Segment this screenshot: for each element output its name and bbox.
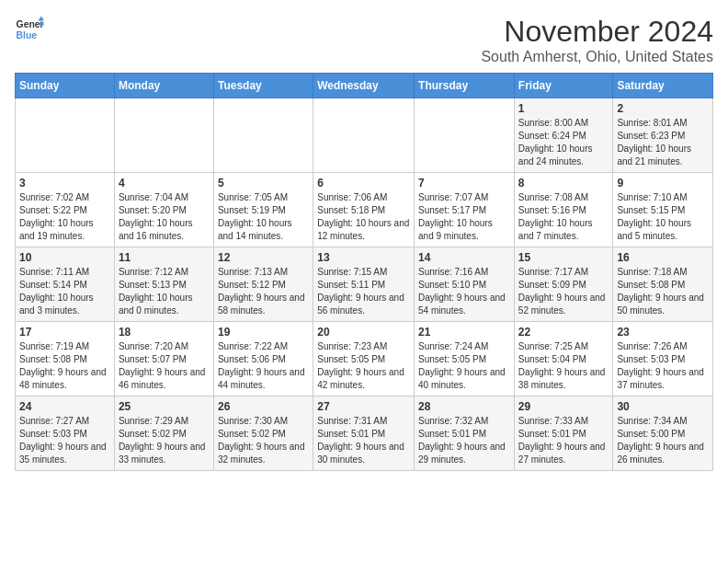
day-info: Sunrise: 7:06 AM Sunset: 5:18 PM Dayligh… bbox=[317, 191, 410, 243]
calendar-cell: 27Sunrise: 7:31 AM Sunset: 5:01 PM Dayli… bbox=[313, 396, 415, 471]
day-info: Sunrise: 7:04 AM Sunset: 5:20 PM Dayligh… bbox=[119, 191, 210, 243]
day-number: 5 bbox=[218, 177, 309, 190]
calendar-week-row: 3Sunrise: 7:02 AM Sunset: 5:22 PM Daylig… bbox=[16, 173, 713, 247]
day-number: 19 bbox=[218, 326, 309, 339]
day-info: Sunrise: 7:10 AM Sunset: 5:15 PM Dayligh… bbox=[617, 191, 709, 243]
day-number: 6 bbox=[317, 177, 410, 190]
day-number: 24 bbox=[19, 400, 110, 413]
title-section: November 2024 South Amherst, Ohio, Unite… bbox=[481, 15, 713, 65]
day-number: 27 bbox=[317, 400, 410, 413]
day-number: 14 bbox=[418, 251, 510, 264]
day-info: Sunrise: 7:22 AM Sunset: 5:06 PM Dayligh… bbox=[218, 340, 309, 392]
weekday-header: Thursday bbox=[415, 74, 515, 98]
day-info: Sunrise: 7:29 AM Sunset: 5:02 PM Dayligh… bbox=[119, 415, 210, 466]
calendar-table: SundayMondayTuesdayWednesdayThursdayFrid… bbox=[15, 73, 713, 471]
day-number: 4 bbox=[119, 177, 210, 190]
day-info: Sunrise: 7:02 AM Sunset: 5:22 PM Dayligh… bbox=[19, 191, 110, 243]
calendar-cell: 6Sunrise: 7:06 AM Sunset: 5:18 PM Daylig… bbox=[313, 173, 415, 247]
calendar-cell: 14Sunrise: 7:16 AM Sunset: 5:10 PM Dayli… bbox=[415, 247, 515, 322]
day-number: 9 bbox=[617, 177, 709, 190]
day-info: Sunrise: 7:05 AM Sunset: 5:19 PM Dayligh… bbox=[218, 191, 309, 243]
day-number: 26 bbox=[218, 400, 309, 413]
day-info: Sunrise: 7:12 AM Sunset: 5:13 PM Dayligh… bbox=[119, 266, 210, 317]
day-info: Sunrise: 7:13 AM Sunset: 5:12 PM Dayligh… bbox=[218, 266, 309, 317]
day-number: 3 bbox=[19, 177, 110, 190]
weekday-header: Saturday bbox=[613, 74, 713, 98]
day-number: 11 bbox=[119, 251, 210, 264]
day-info: Sunrise: 7:26 AM Sunset: 5:03 PM Dayligh… bbox=[617, 340, 709, 392]
page-header: General Blue November 2024 South Amherst… bbox=[15, 15, 713, 65]
calendar-cell bbox=[114, 98, 213, 173]
day-number: 10 bbox=[19, 251, 110, 264]
calendar-cell: 10Sunrise: 7:11 AM Sunset: 5:14 PM Dayli… bbox=[16, 247, 115, 322]
day-number: 13 bbox=[317, 251, 410, 264]
logo: General Blue bbox=[15, 15, 44, 44]
calendar-week-row: 24Sunrise: 7:27 AM Sunset: 5:03 PM Dayli… bbox=[16, 396, 713, 471]
day-number: 2 bbox=[617, 102, 709, 115]
calendar-cell: 3Sunrise: 7:02 AM Sunset: 5:22 PM Daylig… bbox=[16, 173, 115, 247]
calendar-cell: 25Sunrise: 7:29 AM Sunset: 5:02 PM Dayli… bbox=[114, 396, 213, 471]
calendar-cell: 19Sunrise: 7:22 AM Sunset: 5:06 PM Dayli… bbox=[213, 322, 313, 396]
calendar-cell: 24Sunrise: 7:27 AM Sunset: 5:03 PM Dayli… bbox=[16, 396, 115, 471]
calendar-cell bbox=[415, 98, 515, 173]
day-info: Sunrise: 7:30 AM Sunset: 5:02 PM Dayligh… bbox=[218, 415, 309, 466]
day-info: Sunrise: 7:19 AM Sunset: 5:08 PM Dayligh… bbox=[19, 340, 110, 392]
day-number: 7 bbox=[418, 177, 510, 190]
day-info: Sunrise: 7:31 AM Sunset: 5:01 PM Dayligh… bbox=[317, 415, 410, 466]
day-number: 25 bbox=[119, 400, 210, 413]
location: South Amherst, Ohio, United States bbox=[481, 49, 713, 65]
day-info: Sunrise: 7:27 AM Sunset: 5:03 PM Dayligh… bbox=[19, 415, 110, 466]
calendar-cell: 13Sunrise: 7:15 AM Sunset: 5:11 PM Dayli… bbox=[313, 247, 415, 322]
weekday-header: Tuesday bbox=[213, 74, 313, 98]
day-number: 12 bbox=[218, 251, 309, 264]
calendar-cell bbox=[16, 98, 115, 173]
day-info: Sunrise: 7:08 AM Sunset: 5:16 PM Dayligh… bbox=[518, 191, 609, 243]
weekday-header: Wednesday bbox=[313, 74, 415, 98]
day-info: Sunrise: 7:33 AM Sunset: 5:01 PM Dayligh… bbox=[518, 415, 609, 466]
calendar-cell: 8Sunrise: 7:08 AM Sunset: 5:16 PM Daylig… bbox=[514, 173, 613, 247]
calendar-cell: 4Sunrise: 7:04 AM Sunset: 5:20 PM Daylig… bbox=[114, 173, 213, 247]
day-info: Sunrise: 7:34 AM Sunset: 5:00 PM Dayligh… bbox=[617, 415, 709, 466]
calendar-cell: 1Sunrise: 8:00 AM Sunset: 6:24 PM Daylig… bbox=[514, 98, 613, 173]
calendar-header: SundayMondayTuesdayWednesdayThursdayFrid… bbox=[16, 74, 713, 98]
calendar-cell: 18Sunrise: 7:20 AM Sunset: 5:07 PM Dayli… bbox=[114, 322, 213, 396]
day-number: 23 bbox=[617, 326, 709, 339]
calendar-cell: 16Sunrise: 7:18 AM Sunset: 5:08 PM Dayli… bbox=[613, 247, 713, 322]
calendar-cell: 22Sunrise: 7:25 AM Sunset: 5:04 PM Dayli… bbox=[514, 322, 613, 396]
month-title: November 2024 bbox=[481, 15, 713, 49]
day-number: 22 bbox=[518, 326, 609, 339]
calendar-body: 1Sunrise: 8:00 AM Sunset: 6:24 PM Daylig… bbox=[16, 98, 713, 471]
calendar-cell: 7Sunrise: 7:07 AM Sunset: 5:17 PM Daylig… bbox=[415, 173, 515, 247]
calendar-week-row: 17Sunrise: 7:19 AM Sunset: 5:08 PM Dayli… bbox=[16, 322, 713, 396]
day-info: Sunrise: 7:24 AM Sunset: 5:05 PM Dayligh… bbox=[418, 340, 510, 392]
day-number: 15 bbox=[518, 251, 609, 264]
day-info: Sunrise: 7:25 AM Sunset: 5:04 PM Dayligh… bbox=[518, 340, 609, 392]
day-number: 20 bbox=[317, 326, 410, 339]
calendar-week-row: 10Sunrise: 7:11 AM Sunset: 5:14 PM Dayli… bbox=[16, 247, 713, 322]
day-number: 1 bbox=[518, 102, 609, 115]
day-number: 30 bbox=[617, 400, 709, 413]
weekday-header: Sunday bbox=[16, 74, 115, 98]
calendar-cell: 17Sunrise: 7:19 AM Sunset: 5:08 PM Dayli… bbox=[16, 322, 115, 396]
day-number: 17 bbox=[19, 326, 110, 339]
day-info: Sunrise: 7:07 AM Sunset: 5:17 PM Dayligh… bbox=[418, 191, 510, 243]
calendar-cell: 12Sunrise: 7:13 AM Sunset: 5:12 PM Dayli… bbox=[213, 247, 313, 322]
day-info: Sunrise: 7:16 AM Sunset: 5:10 PM Dayligh… bbox=[418, 266, 510, 317]
calendar-cell: 28Sunrise: 7:32 AM Sunset: 5:01 PM Dayli… bbox=[415, 396, 515, 471]
day-number: 16 bbox=[617, 251, 709, 264]
day-number: 21 bbox=[418, 326, 510, 339]
calendar-cell: 21Sunrise: 7:24 AM Sunset: 5:05 PM Dayli… bbox=[415, 322, 515, 396]
calendar-cell: 20Sunrise: 7:23 AM Sunset: 5:05 PM Dayli… bbox=[313, 322, 415, 396]
calendar-cell: 9Sunrise: 7:10 AM Sunset: 5:15 PM Daylig… bbox=[613, 173, 713, 247]
calendar-week-row: 1Sunrise: 8:00 AM Sunset: 6:24 PM Daylig… bbox=[16, 98, 713, 173]
day-number: 29 bbox=[518, 400, 609, 413]
calendar-cell: 2Sunrise: 8:01 AM Sunset: 6:23 PM Daylig… bbox=[613, 98, 713, 173]
day-info: Sunrise: 7:32 AM Sunset: 5:01 PM Dayligh… bbox=[418, 415, 510, 466]
day-number: 28 bbox=[418, 400, 510, 413]
svg-text:Blue: Blue bbox=[17, 30, 38, 40]
logo-icon: General Blue bbox=[15, 15, 44, 44]
weekday-header: Monday bbox=[114, 74, 213, 98]
day-info: Sunrise: 7:17 AM Sunset: 5:09 PM Dayligh… bbox=[518, 266, 609, 317]
calendar-cell: 23Sunrise: 7:26 AM Sunset: 5:03 PM Dayli… bbox=[613, 322, 713, 396]
calendar-cell: 11Sunrise: 7:12 AM Sunset: 5:13 PM Dayli… bbox=[114, 247, 213, 322]
